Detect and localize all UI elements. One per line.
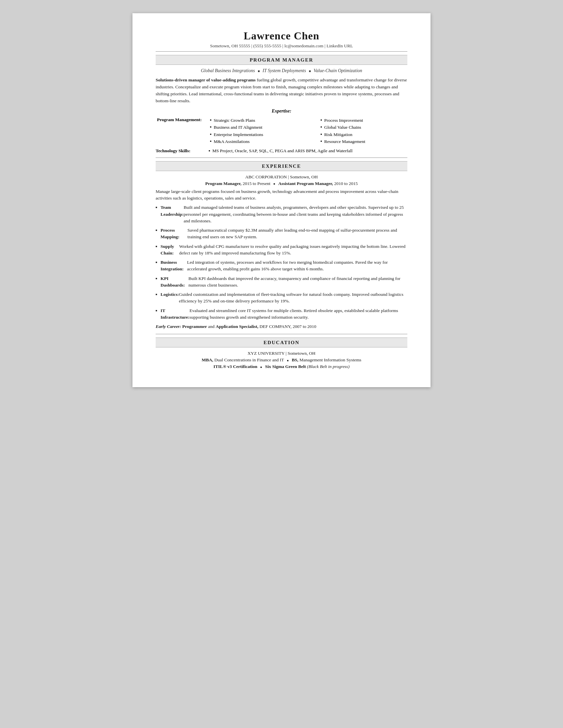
expertise-section: Expertise: Program Management: Strategic… (156, 109, 407, 154)
early-career-italic-bold: Early Career: (156, 324, 181, 329)
achievement-text: Led integration of systems, processes an… (187, 259, 407, 273)
role-separator: ■ (273, 182, 275, 185)
specialty-2: IT System Deployments (262, 68, 306, 73)
achievement-text: Saved pharmaceutical company $2.3M annua… (187, 227, 407, 241)
experience-divider (156, 334, 407, 334)
header-divider (156, 51, 407, 52)
expertise-item: Business and IT Alignment (210, 124, 311, 131)
achievement-item: Supply Chain: Worked with global CPG man… (156, 243, 407, 257)
early-career-line: Early Career: Programmer and Application… (156, 324, 407, 329)
specialty-3: Value-Chain Optimization (314, 68, 362, 73)
specialty-line: Global Business Integrations ■ IT System… (156, 68, 407, 73)
summary-bold: Solutions-driven manager of value-adding… (156, 77, 256, 82)
contact-info: Sometown, OH 55555 | (555) 555-5555 | lc… (156, 43, 407, 49)
expertise-left-col: Strategic Growth Plans Business and IT A… (209, 116, 313, 146)
early-career-connector: and (208, 324, 215, 329)
job-title: Program Manager (250, 57, 313, 63)
mba-label: MBA, (202, 357, 213, 362)
six-sigma-cert: Six Sigma Green Belt (265, 364, 306, 369)
achievement-item: Team Leadership: Built and managed talen… (156, 204, 407, 224)
experience-title-bar: Experience (156, 161, 407, 171)
expertise-item: Process Improvement (321, 117, 406, 124)
achievement-text: Built KPI dashboards that improved the a… (188, 275, 407, 289)
role-dates-2: 2010 to 2015 (333, 181, 358, 186)
achievement-bold: Supply Chain: (161, 243, 179, 257)
role-title-1: Program Manager, (205, 181, 241, 186)
cert-bullet: ■ (260, 366, 262, 369)
expertise-item: Enterprise Implementations (210, 131, 311, 138)
expertise-left-list: Strategic Growth Plans Business and IT A… (210, 117, 311, 145)
achievement-bold: KPI Dashboards: (161, 275, 188, 289)
specialty-bullet-2: ■ (309, 69, 311, 73)
resume-header: Lawrence Chen Sometown, OH 55555 | (555)… (156, 30, 407, 49)
itil-cert: ITIL® v3 Certification (213, 364, 257, 369)
expertise-divider (156, 158, 407, 158)
expertise-item: Strategic Growth Plans (210, 117, 311, 124)
expertise-row: Program Management: Strategic Growth Pla… (156, 116, 407, 146)
achievement-item: Logistics: Guided customization and impl… (156, 291, 407, 305)
role-dates-1: 2015 to Present (241, 181, 270, 186)
expertise-spacer (313, 116, 319, 146)
specialty-1: Global Business Integrations (201, 68, 255, 73)
belt-progress: (Black Belt in progress) (307, 364, 350, 369)
tech-skills-row: Technology Skills: MS Project, Oracle, S… (156, 148, 407, 154)
expertise-table: Program Management: Strategic Growth Pla… (156, 116, 407, 146)
degree-line: MBA, Dual Concentrations in Finance and … (156, 357, 407, 363)
education-title-bar: Education (156, 338, 407, 347)
achievement-item: KPI Dashboards: Built KPI dashboards tha… (156, 275, 407, 289)
experience-title: Experience (262, 163, 301, 169)
achievement-text: Evaluated and streamlined core IT system… (189, 307, 407, 321)
achievement-text: Built and managed talented teams of busi… (184, 204, 407, 224)
bs-label: BS, (292, 357, 299, 362)
expertise-right-col: Process Improvement Global Value Chains … (319, 116, 407, 146)
tech-skills-value: MS Project, Oracle, SAP, SQL, C, PEGA an… (209, 148, 352, 154)
expertise-item: Global Value Chains (321, 124, 406, 131)
experience-section: Experience ABC CORPORATION | Sometown, O… (156, 161, 407, 329)
education-title: Education (263, 340, 300, 345)
bs-text: Management Information Systems (300, 357, 361, 362)
specialty-bullet-1: ■ (258, 69, 259, 73)
achievement-item: IT Infrastructure: Evaluated and streaml… (156, 307, 407, 321)
achievement-bold: IT Infrastructure: (161, 307, 189, 321)
achievement-bold: Business Integration: (161, 259, 187, 273)
company-name: ABC CORPORATION | Sometown, OH (156, 174, 407, 180)
achievement-item: Business Integration: Led integration of… (156, 259, 407, 273)
expertise-right-list: Process Improvement Global Value Chains … (321, 117, 406, 145)
expertise-item: M&A Assimilations (210, 138, 311, 145)
early-career-role1: Programmer (182, 324, 207, 329)
job-title-bar: Program Manager (156, 55, 407, 65)
role-title-2: Assistant Program Manager, (278, 181, 333, 186)
early-career-role2: Application Specialist, (215, 324, 258, 329)
summary-paragraph: Solutions-driven manager of value-adding… (156, 77, 407, 105)
tech-skills-label: Technology Skills: (156, 148, 209, 154)
early-career-label: Early Career: (156, 324, 181, 329)
achievement-bold: Process Mapping: (161, 227, 187, 241)
certification-line: ITIL® v3 Certification ■ Six Sigma Green… (156, 364, 407, 369)
expertise-title: Expertise: (156, 109, 407, 114)
achievement-bold: Team Leadership: (161, 204, 184, 218)
candidate-name: Lawrence Chen (156, 30, 407, 42)
university-name: XYZ UNIVERSITY | Sometown, OH (156, 351, 407, 356)
resume-page: Lawrence Chen Sometown, OH 55555 | (555)… (132, 13, 431, 387)
mba-text: Dual Concentrations in Finance and IT (214, 357, 284, 362)
achievement-bold: Logistics: (161, 291, 179, 298)
achievement-text: Guided customization and implementation … (179, 291, 407, 305)
degree-bullet: ■ (287, 359, 289, 362)
exp-description: Manage large-scale client programs focus… (156, 188, 407, 202)
program-management-label: Program Management: (156, 116, 209, 146)
early-career-company: DEF COMPANY, 2007 to 2010 (259, 324, 316, 329)
achievement-item: Process Mapping: Saved pharmaceutical co… (156, 227, 407, 241)
achievement-list: Team Leadership: Built and managed talen… (156, 204, 407, 321)
expertise-item: Risk Mitigation (321, 131, 406, 138)
education-section: Education XYZ UNIVERSITY | Sometown, OH … (156, 338, 407, 369)
achievement-text: Worked with global CPG manufacturer to r… (179, 243, 407, 257)
expertise-item: Resource Management (321, 138, 406, 145)
role-line: Program Manager, 2015 to Present ■ Assis… (156, 181, 407, 186)
